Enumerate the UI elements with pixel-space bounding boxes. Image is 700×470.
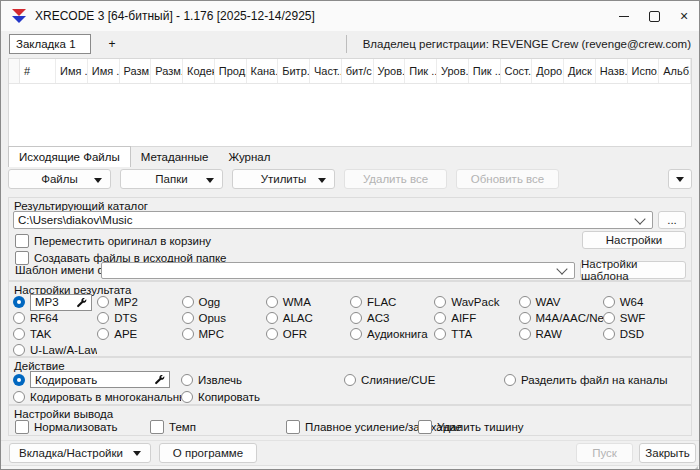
column-header-4[interactable]: Разм... [151, 59, 183, 83]
refresh-all-button[interactable]: Обновить все [456, 169, 559, 189]
format-option-ofr[interactable]: OFR [266, 328, 350, 340]
format-option-dts[interactable]: DTS [97, 312, 181, 324]
toolbar: Файлы Папки Утилиты Удалить все Обновить… [1, 167, 699, 193]
tab-settings-button[interactable]: Вкладка/Настройки [9, 443, 151, 463]
radio-icon [519, 328, 531, 340]
column-header-1[interactable]: Имя ... [56, 59, 88, 83]
action-option-0[interactable]: Кодировать [13, 371, 181, 388]
about-button[interactable]: О программе [159, 443, 257, 463]
column-header-19[interactable]: Испо... [628, 59, 660, 83]
format-option-mpc[interactable]: MPC [182, 328, 266, 340]
format-option-wma[interactable]: WMA [266, 296, 350, 308]
column-header-8[interactable]: Битр... [278, 59, 310, 83]
action-option-5[interactable]: Копировать [181, 391, 344, 403]
output-path-input[interactable] [14, 214, 632, 226]
action-option-4[interactable]: Кодировать в многоканальный файл [13, 391, 181, 403]
utilities-menu-button[interactable]: Утилиты [232, 169, 335, 189]
close-icon: × [680, 9, 688, 23]
column-header-16[interactable]: Доро... [532, 59, 564, 83]
panel-tab-1[interactable]: Метаданные [131, 148, 219, 167]
output-options-row: НормализоватьТемпПлавное усиление/затуха… [15, 419, 687, 434]
filename-template-combobox[interactable] [101, 262, 575, 279]
close-dialog-button[interactable]: Закрыть [639, 443, 696, 463]
format-option-wavpack[interactable]: WavPack [434, 296, 518, 308]
column-header-11[interactable]: Уров... [374, 59, 406, 83]
toolbar-more-dropdown-button[interactable] [668, 169, 692, 189]
format-option-m4a-aac-nero[interactable]: M4A/AAC/Nero [519, 312, 603, 324]
column-header-2[interactable]: Имя ... [88, 59, 120, 83]
radio-icon [504, 374, 516, 386]
utilities-menu-label: Утилиты [261, 173, 307, 185]
column-header-17[interactable]: Диск [564, 59, 596, 83]
format-option-ac3[interactable]: AC3 [350, 312, 434, 324]
format-option-20[interactable]: Аудиокнига [350, 328, 434, 340]
format-option-swf[interactable]: SWF [603, 312, 687, 324]
format-option-wav[interactable]: WAV [519, 296, 603, 308]
column-header-20[interactable]: Альб... [659, 59, 691, 83]
column-header-6[interactable]: Прод... [215, 59, 247, 83]
action-option-3[interactable]: Разделить файл на каналы [504, 374, 687, 386]
action-option-cue[interactable]: Слияние/CUE [344, 374, 504, 386]
template-settings-button[interactable]: Настройки шаблона [580, 261, 686, 279]
radio-icon [344, 374, 356, 386]
option-label: AIFF [451, 312, 476, 324]
column-header-14[interactable]: Пик ... [469, 59, 501, 83]
format-option-flac[interactable]: FLAC [350, 296, 434, 308]
combo-chevron-icon[interactable] [556, 263, 567, 274]
start-button[interactable]: Пуск [576, 443, 633, 463]
format-option-alac[interactable]: ALAC [266, 312, 350, 324]
table-body-empty[interactable] [9, 84, 691, 146]
combo-chevron-icon[interactable] [634, 213, 645, 224]
format-option-aiff[interactable]: AIFF [434, 312, 518, 324]
tab-bookmark-1[interactable]: Закладка 1 [9, 34, 91, 54]
column-header-5[interactable]: Кодек [183, 59, 215, 83]
filename-template-input[interactable] [102, 265, 554, 277]
remove-all-button[interactable]: Удалить все [344, 169, 447, 189]
format-option-raw[interactable]: RAW [519, 328, 603, 340]
action-option-1[interactable]: Извлечь [181, 374, 344, 386]
option-label: Кодировать в многоканальный файл [30, 391, 181, 403]
minimize-button[interactable] [609, 1, 639, 31]
output-option-2-checkbox[interactable]: Плавное усиление/затухание [286, 420, 418, 434]
refresh-all-label: Обновить все [471, 173, 544, 185]
format-option-mp3[interactable]: MP3 [13, 294, 97, 311]
add-tab-button[interactable]: + [99, 34, 125, 54]
minimize-icon [619, 16, 629, 17]
format-option-opus[interactable]: Opus [182, 312, 266, 324]
format-option-mp2[interactable]: MP2 [97, 296, 181, 308]
format-option-tak[interactable]: TAK [13, 328, 97, 340]
output-option-0-checkbox[interactable]: Нормализовать [15, 420, 150, 434]
output-option-1-checkbox[interactable]: Темп [150, 420, 286, 434]
column-header-10[interactable]: бит/с [342, 59, 374, 83]
format-option-w64[interactable]: W64 [603, 296, 687, 308]
files-menu-button[interactable]: Файлы [8, 169, 111, 189]
format-option-dsd[interactable]: DSD [603, 328, 687, 340]
column-header-15[interactable]: Сост... [501, 59, 533, 83]
result-settings-group: Настройки результата MP3MP2OggWMAFLACWav… [8, 281, 692, 357]
radio-icon [13, 391, 25, 403]
format-option-rf64[interactable]: RF64 [13, 312, 97, 324]
column-header-9[interactable]: Част... [310, 59, 342, 83]
browse-folder-button[interactable]: ... [658, 211, 686, 229]
output-option-3-checkbox[interactable]: Удалить тишину [418, 420, 687, 434]
column-header-7[interactable]: Кана... [247, 59, 279, 83]
column-header-13[interactable]: Уров... [437, 59, 469, 83]
close-button[interactable]: × [669, 1, 699, 31]
format-option-ape[interactable]: APE [97, 328, 181, 340]
panel-tab-0[interactable]: Исходящие Файлы [8, 146, 131, 167]
column-header-18[interactable]: Назв... [596, 59, 628, 83]
resize-grip[interactable] [691, 466, 698, 470]
maximize-button[interactable] [639, 1, 669, 31]
column-header-12[interactable]: Пик ... [405, 59, 437, 83]
folders-menu-button[interactable]: Папки [120, 169, 223, 189]
format-option-tta[interactable]: TTA [434, 328, 518, 340]
output-path-combobox[interactable] [13, 211, 653, 229]
format-option-u-law-a-law[interactable]: U-Law/A-Law [13, 344, 97, 356]
output-settings-button[interactable]: Настройки [582, 231, 686, 249]
format-option-ogg[interactable]: Ogg [182, 296, 266, 308]
panel-tab-2[interactable]: Журнал [218, 148, 280, 167]
column-header-3[interactable]: Разм... [120, 59, 152, 83]
column-header-0[interactable]: # [20, 59, 56, 83]
option-label: FLAC [367, 296, 396, 308]
move-original-to-trash-checkbox[interactable]: Переместить оригинал в корзину [15, 234, 211, 248]
